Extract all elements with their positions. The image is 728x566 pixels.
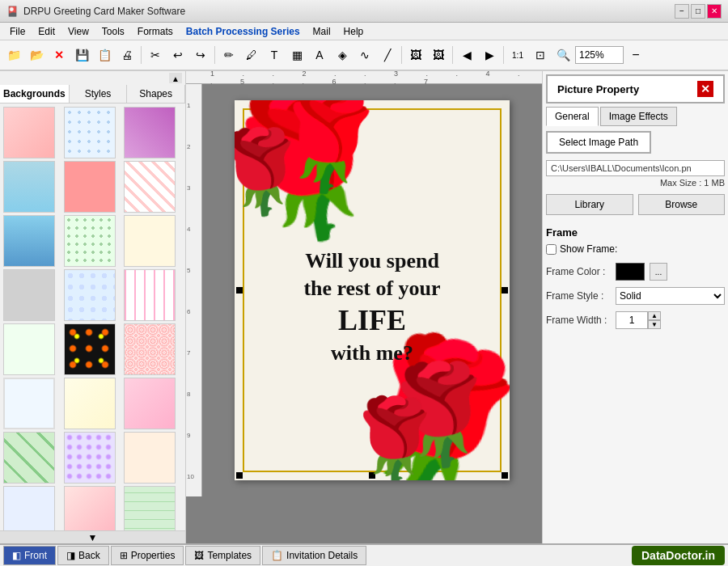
- bg-thumb-6[interactable]: [124, 161, 176, 213]
- tb-design[interactable]: ◈: [332, 44, 353, 65]
- greeting-card-canvas[interactable]: 🌹 🌹 🌹 🌹 🌹 🌹 Will you spend the rest of y…: [235, 100, 510, 480]
- spinner-up-button[interactable]: ▲: [648, 311, 661, 320]
- tab-templates[interactable]: 🖼 Templates: [185, 546, 260, 565]
- tb-zoomout[interactable]: −: [625, 44, 646, 65]
- menu-batch[interactable]: Batch Processing Series: [180, 24, 307, 39]
- bg-thumb-11[interactable]: [64, 269, 116, 321]
- frame-color-swatch[interactable]: [616, 263, 645, 281]
- tb-imgb[interactable]: 🖼: [428, 44, 449, 65]
- tab-front[interactable]: ◧ Front: [3, 546, 56, 565]
- menu-mail[interactable]: Mail: [307, 24, 337, 39]
- tb-wave[interactable]: ∿: [354, 44, 375, 65]
- tb-fwd[interactable]: ▶: [479, 44, 500, 65]
- bg-thumb-16[interactable]: [3, 378, 55, 429]
- bg-thumb-7[interactable]: [3, 215, 55, 267]
- browse-button[interactable]: Browse: [638, 194, 726, 215]
- bg-thumb-19[interactable]: [3, 432, 55, 484]
- scroll-down-arrow[interactable]: ▼: [0, 530, 185, 543]
- bg-thumb-12[interactable]: [124, 269, 176, 321]
- back-tab-icon: ◨: [66, 550, 75, 561]
- frame-color-more-button[interactable]: ...: [650, 263, 667, 281]
- bg-thumb-18[interactable]: [124, 378, 176, 429]
- bg-thumb-9[interactable]: [124, 215, 176, 267]
- bg-thumb-3[interactable]: [124, 107, 176, 158]
- tb-text[interactable]: T: [264, 44, 285, 65]
- bg-thumb-21[interactable]: [124, 432, 176, 484]
- tb-back[interactable]: ◀: [456, 44, 477, 65]
- bg-thumb-5[interactable]: [64, 161, 116, 213]
- front-tab-icon: ◧: [12, 550, 21, 561]
- menu-view[interactable]: View: [61, 24, 95, 39]
- bg-thumb-1[interactable]: [3, 107, 55, 158]
- maximize-button[interactable]: □: [691, 4, 705, 19]
- menu-file[interactable]: File: [3, 24, 32, 39]
- tb-new[interactable]: 📁: [3, 44, 24, 65]
- tb-redo[interactable]: ↪: [190, 44, 211, 65]
- library-button[interactable]: Library: [546, 194, 633, 215]
- bg-thumb-23[interactable]: [64, 486, 116, 530]
- spinner-down-button[interactable]: ▼: [648, 320, 661, 329]
- tb-paint[interactable]: 🖊: [241, 44, 262, 65]
- tab-shapes[interactable]: Shapes: [127, 85, 185, 103]
- tab-backgrounds[interactable]: Backgrounds: [0, 85, 70, 103]
- right-panel: Picture Property ✕ General Image Effects…: [542, 71, 728, 543]
- minimize-button[interactable]: −: [675, 4, 689, 19]
- bg-thumb-15[interactable]: [124, 323, 176, 375]
- bg-thumb-10[interactable]: [3, 269, 55, 321]
- bg-thumb-17[interactable]: [64, 378, 116, 429]
- thumbnail-grid: [0, 103, 185, 530]
- tb-undo[interactable]: ↩: [167, 44, 188, 65]
- templates-tab-icon: 🖼: [194, 550, 204, 561]
- bg-thumb-22[interactable]: [3, 486, 55, 530]
- tb-zoomin[interactable]: 🔍: [552, 44, 574, 65]
- tb-open[interactable]: 📂: [26, 44, 47, 65]
- tb-barcode[interactable]: ▦: [286, 44, 307, 65]
- tb-print[interactable]: 🖨: [116, 44, 138, 65]
- tb-1to1[interactable]: 1:1: [507, 44, 528, 65]
- card-text-line3: LIFE: [235, 302, 510, 340]
- tab-back[interactable]: ◨ Back: [57, 546, 109, 565]
- bg-thumb-24[interactable]: [124, 486, 176, 530]
- tab-properties[interactable]: ⊞ Properties: [111, 546, 184, 565]
- menu-help[interactable]: Help: [337, 24, 370, 39]
- tb-save[interactable]: 💾: [71, 44, 92, 65]
- menu-edit[interactable]: Edit: [32, 24, 61, 39]
- show-frame-checkbox[interactable]: [546, 244, 557, 255]
- tb-pencil[interactable]: ✏: [218, 44, 239, 65]
- frame-style-select[interactable]: Solid Dashed Dotted: [616, 287, 725, 305]
- tb-fit[interactable]: ⊡: [530, 44, 551, 65]
- bg-thumb-13[interactable]: [3, 323, 55, 375]
- property-tabs: General Image Effects: [546, 107, 725, 126]
- tab-image-effects[interactable]: Image Effects: [600, 107, 677, 126]
- picture-property-close-button[interactable]: ✕: [697, 81, 713, 97]
- bg-thumb-4[interactable]: [3, 161, 55, 213]
- tb-cut[interactable]: ✂: [145, 44, 166, 65]
- tb-line[interactable]: ╱: [377, 44, 398, 65]
- menu-formats[interactable]: Formats: [131, 24, 180, 39]
- tab-invitation-details[interactable]: 📋 Invitation Details: [262, 546, 366, 565]
- bg-thumb-14[interactable]: [64, 323, 116, 375]
- toolbar: 📁 📂 ✕ 💾 📋 🖨 ✂ ↩ ↪ ✏ 🖊 T ▦ A ◈ ∿ ╱ 🖼 🖼 ◀ …: [0, 40, 728, 71]
- tb-img[interactable]: 🖼: [405, 44, 426, 65]
- zoom-input[interactable]: 125%: [575, 46, 624, 64]
- menu-tools[interactable]: Tools: [95, 24, 131, 39]
- properties-tab-label: Properties: [131, 550, 176, 561]
- back-tab-label: Back: [78, 550, 100, 561]
- frame-width-label: Frame Width :: [546, 315, 611, 326]
- app-icon: 🎴: [6, 6, 19, 17]
- image-path-display: C:\Users\IBALL\Documents\Icon.pn: [546, 160, 725, 176]
- bg-thumb-20[interactable]: [64, 432, 116, 484]
- bg-thumb-2[interactable]: [64, 107, 116, 158]
- panel-scroll-up[interactable]: ▲: [169, 73, 182, 83]
- tab-general[interactable]: General: [546, 107, 599, 126]
- close-button[interactable]: ✕: [707, 4, 722, 19]
- tab-styles[interactable]: Styles: [70, 85, 128, 103]
- tb-close-doc[interactable]: ✕: [49, 44, 70, 65]
- tb-letter[interactable]: A: [309, 44, 330, 65]
- bg-thumb-8[interactable]: [64, 215, 116, 267]
- select-image-path-button[interactable]: Select Image Path: [546, 131, 651, 154]
- handle-bottom-left[interactable]: [236, 472, 243, 479]
- tb-saveas[interactable]: 📋: [94, 44, 115, 65]
- frame-width-input[interactable]: 1: [616, 311, 648, 329]
- card-text-line2: the rest of your: [235, 275, 510, 302]
